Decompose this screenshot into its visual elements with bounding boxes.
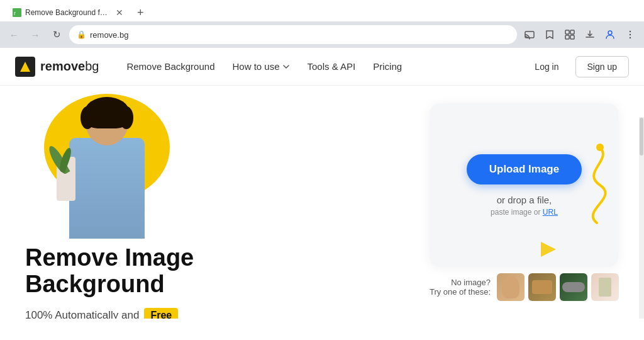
nav-pricing[interactable]: Pricing [365, 56, 409, 77]
address-text: remove.bg [90, 30, 509, 40]
signup-button[interactable]: Sign up [575, 56, 629, 77]
sample-section: No image? Try one of these: [430, 273, 619, 301]
browser-tab[interactable]: r Remove Background from Ima… ✕ [5, 4, 131, 21]
person-figure [57, 94, 157, 239]
sample-thumb-3[interactable] [560, 273, 587, 301]
logo-text: removebg [40, 59, 99, 74]
navigation: removebg Remove Background How to use To… [0, 48, 644, 86]
svg-marker-14 [541, 242, 556, 257]
svg-point-8 [630, 31, 631, 32]
back-button[interactable]: ← [5, 26, 23, 43]
scrollbar-thumb[interactable] [640, 118, 643, 156]
extension-button[interactable] [561, 26, 579, 43]
logo-icon [15, 57, 35, 77]
sample-thumb-4[interactable] [591, 273, 619, 301]
sample-thumb-1[interactable] [497, 273, 525, 301]
sample-thumb-2[interactable] [528, 273, 556, 301]
page-content: removebg Remove Background How to use To… [0, 48, 644, 319]
new-tab-button[interactable]: + [133, 6, 148, 20]
svg-point-10 [630, 37, 631, 38]
hero-title: Remove Image Background [25, 245, 417, 298]
refresh-button[interactable]: ↻ [48, 26, 65, 43]
hair-right [119, 106, 133, 129]
menu-button[interactable] [621, 26, 639, 43]
svg-rect-6 [570, 35, 574, 39]
sample-label: No image? Try one of these: [430, 278, 491, 297]
hero-text: Remove Image Background 100% Automatical… [25, 245, 417, 319]
chevron-down-icon [282, 63, 290, 71]
drop-text: or drop a file, [497, 195, 552, 205]
browser-toolbar [521, 26, 639, 43]
bookmark-button[interactable] [541, 26, 558, 43]
hero-section: Remove Image Background 100% Automatical… [0, 86, 644, 319]
nav-how-to-use[interactable]: How to use [225, 56, 297, 77]
tab-close-button[interactable]: ✕ [116, 8, 123, 18]
squiggle-decoration [562, 141, 613, 229]
browser-window: r Remove Background from Ima… ✕ + ← → ↻ … [0, 0, 644, 48]
hero-subtitle: 100% Automatically and Free [25, 308, 417, 319]
url-link[interactable]: URL [543, 208, 558, 217]
hero-left: Remove Image Background 100% Automatical… [25, 86, 430, 319]
profile-button[interactable] [601, 26, 619, 43]
login-button[interactable]: Log in [525, 57, 569, 77]
tab-favicon: r [13, 8, 21, 17]
plant [50, 144, 82, 201]
nav-remove-background[interactable]: Remove Background [119, 56, 222, 77]
scrollbar[interactable] [639, 117, 644, 319]
nav-links: Remove Background How to use Tools & API… [119, 56, 525, 77]
drop-subtext: paste image or URL [491, 208, 558, 217]
nav-actions: Log in Sign up [525, 56, 629, 77]
tab-title: Remove Background from Ima… [25, 8, 109, 17]
address-bar[interactable]: 🔒 remove.bg [69, 25, 517, 44]
hero-illustration [25, 86, 201, 239]
svg-rect-5 [565, 35, 569, 39]
logo[interactable]: removebg [15, 57, 99, 77]
secure-icon: 🔒 [77, 30, 86, 39]
svg-rect-4 [570, 30, 574, 34]
svg-point-13 [596, 144, 604, 151]
svg-point-9 [630, 34, 631, 35]
free-badge: Free [144, 308, 178, 319]
cast-button[interactable] [521, 26, 538, 43]
browser-titlebar: r Remove Background from Ima… ✕ + [0, 0, 644, 21]
browser-controls: ← → ↻ 🔒 remove.bg [0, 21, 644, 48]
hero-right: Upload Image or drop a file, paste image… [430, 103, 619, 301]
nav-tools-api[interactable]: Tools & API [300, 56, 364, 77]
sample-images [497, 273, 619, 301]
svg-point-7 [608, 31, 612, 35]
svg-text:r: r [14, 10, 16, 16]
svg-rect-3 [565, 30, 569, 34]
download-button[interactable] [581, 26, 599, 43]
triangle-decoration [541, 242, 556, 257]
hair-left [80, 106, 94, 129]
forward-button[interactable]: → [26, 26, 44, 43]
